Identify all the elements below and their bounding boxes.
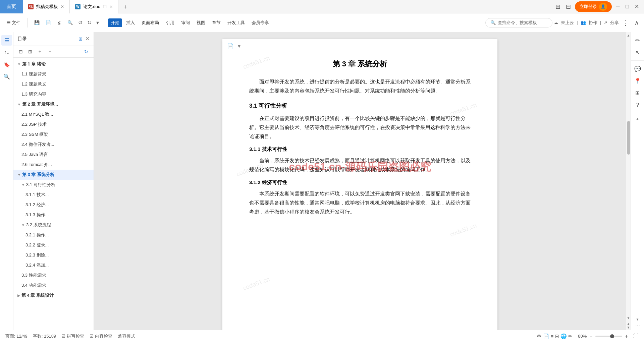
toc-item-2-3[interactable]: 2.3 SSM 框架 [13, 129, 94, 139]
minimize-button[interactable]: ─ [614, 3, 621, 10]
menu-reference[interactable]: 引用 [163, 18, 177, 27]
tab-template-close[interactable]: ✕ [61, 4, 64, 9]
toc-item-2-4[interactable]: 2.4 微信开发者... [13, 139, 94, 150]
toc-item-ch4[interactable]: ▶ 第 4 章 系统设计 [13, 290, 94, 300]
toc-item-2-1[interactable]: 2.1 MYSQL 数... [13, 109, 94, 119]
scroll-up-btn[interactable]: ▲ [626, 33, 631, 38]
toc-item-3-2-3[interactable]: 3.2.3 删除... [13, 250, 94, 260]
toc-item-1-3[interactable]: 1.3 研究内容 [13, 89, 94, 99]
undo-btn[interactable]: ↺ [76, 18, 85, 27]
toc-item-3-1-3[interactable]: 3.1.3 操作... [13, 210, 94, 220]
toc-tool-add[interactable]: ＋ [36, 48, 44, 55]
menu-insert[interactable]: 插入 [123, 18, 138, 27]
view-list-icon[interactable]: ≡ [551, 333, 554, 339]
scroll-thumb[interactable] [627, 121, 630, 155]
toc-icon[interactable]: ☰ [1, 35, 12, 46]
share-label[interactable]: 分享 [610, 20, 619, 26]
tab-doc[interactable]: W 论文.doc ❐ ✕ [70, 0, 118, 13]
spell-check[interactable]: ☑ 拼写检查 [61, 333, 84, 339]
cloud-label[interactable]: 未上云 [561, 20, 574, 26]
menu-view[interactable]: 视图 [194, 18, 208, 27]
find-btn[interactable]: 🔍 [65, 19, 75, 26]
menu-toggle[interactable]: ☰ 文件 [4, 18, 23, 27]
right-edit-icon[interactable]: ✏ [632, 35, 643, 46]
close-button[interactable]: ✕ [633, 3, 640, 10]
word-count[interactable]: 字数: 15189 [33, 333, 56, 339]
zoom-in-btn[interactable]: + [625, 333, 628, 339]
toc-item-3-2-4[interactable]: 3.2.4 添加... [13, 260, 94, 270]
toc-item-3-2-1[interactable]: 3.2.1 操作... [13, 230, 94, 240]
tab-add[interactable]: ＋ [118, 0, 132, 13]
toc-item-1-2[interactable]: 1.2 课题意义 [13, 79, 94, 89]
scrollbar[interactable]: ▲ ▼ ▲ ▼ [626, 32, 631, 330]
toc-tool-expand[interactable]: ⊞ [27, 48, 34, 55]
scroll-h-up[interactable]: ▲ [627, 322, 630, 326]
menu-dev[interactable]: 开发工具 [225, 18, 248, 27]
tab-template[interactable]: 找 找稿壳模板 ✕ [23, 0, 70, 13]
tab-home[interactable]: 首页 [0, 0, 23, 13]
menu-start[interactable]: 开始 [108, 18, 122, 27]
toc-item-2-5[interactable]: 2.5 Java 语言 [13, 150, 94, 160]
compat-mode[interactable]: 兼容模式 [118, 333, 135, 339]
nav-more[interactable]: ▾ [94, 18, 101, 27]
view-edit-icon[interactable]: ✏ [568, 333, 573, 339]
toc-item-3-4[interactable]: 3.4 功能需求 [13, 280, 94, 290]
tab-doc-close[interactable]: ❐ [103, 4, 107, 9]
save-btn[interactable]: 💾 [32, 19, 42, 26]
right-grid-icon[interactable]: ⊞ [632, 88, 643, 98]
scroll-track[interactable] [626, 38, 631, 316]
file-menu[interactable]: 文件 [12, 20, 20, 26]
zoom-out-btn[interactable]: − [589, 333, 592, 339]
menu-member[interactable]: 会员专享 [249, 18, 272, 27]
toc-item-ch1[interactable]: ▼ 第 1 章 绪论 [13, 59, 94, 69]
zoom-slider[interactable] [595, 336, 622, 337]
toc-item-2-2[interactable]: 2.2 JSP 技术 [13, 119, 94, 129]
redo-btn[interactable]: ↻ [85, 18, 94, 27]
more-menu[interactable]: ⋮ [620, 19, 631, 27]
toc-item-3-2[interactable]: ▼ 3.2 系统流程 [13, 220, 94, 230]
scroll-down-btn[interactable]: ▼ [626, 316, 631, 321]
toc-tool-refresh[interactable]: ↻ [83, 48, 90, 55]
toc-item-3-2-2[interactable]: 3.2.2 登录... [13, 240, 94, 250]
expand-btn[interactable]: ∧ [632, 19, 641, 27]
right-comment-icon[interactable]: 💬 [632, 63, 643, 74]
fullscreen-btn[interactable]: ⛶ [633, 333, 639, 339]
print-preview-btn[interactable]: 📄 [43, 19, 54, 26]
right-help-icon[interactable]: ？ [632, 100, 643, 110]
toc-tool-collapse[interactable]: ⊟ [17, 48, 24, 55]
login-button[interactable]: 立即登录 👤 [575, 1, 612, 12]
doc-tool-icon[interactable]: 📄 [226, 42, 235, 50]
layout-grid[interactable]: ⊟ [565, 3, 572, 10]
toc-item-3-1-1[interactable]: 3.1.1 技术... [13, 190, 94, 200]
print-btn[interactable]: 🖨 [54, 19, 64, 26]
menu-layout[interactable]: 页面布局 [139, 18, 162, 27]
scroll-h-down[interactable]: ▼ [627, 326, 630, 329]
right-location-icon[interactable]: 📍 [632, 75, 643, 86]
toc-item-3-1-2[interactable]: 3.1.2 经济... [13, 200, 94, 210]
toc-item-3-3[interactable]: 3.3 性能需求 [13, 270, 94, 280]
toc-item-ch2[interactable]: ▼ 第 2 章 开发环境... [13, 99, 94, 109]
right-scroll-up[interactable]: ▲ [636, 117, 639, 120]
content-check[interactable]: ☑ 内容检查 [90, 333, 112, 339]
nav-icon[interactable]: ↑↓ [1, 47, 12, 58]
search-sidebar-icon[interactable]: 🔍 [1, 71, 12, 82]
toc-expand-all[interactable]: ⊞ [77, 36, 84, 42]
right-cursor-icon[interactable]: ↖ [632, 47, 643, 58]
layout-toggle[interactable]: ⊞ [554, 3, 562, 10]
colab-label[interactable]: 协作 [589, 20, 597, 26]
toc-close[interactable]: ✕ [85, 36, 90, 42]
search-box[interactable]: 🔍 查找命令、搜索模板 [485, 18, 552, 27]
maximize-button[interactable]: □ [624, 3, 631, 10]
toc-item-3-1[interactable]: ▼ 3.1 可行性分析 [13, 180, 94, 190]
view-split-icon[interactable]: ⊟ [555, 333, 559, 339]
page-info[interactable]: 页面: 12/49 [5, 333, 28, 339]
view-globe-icon[interactable]: 🌐 [560, 333, 567, 339]
bookmark-icon[interactable]: 🔖 [1, 59, 12, 70]
view-eye-icon[interactable]: 👁 [537, 333, 542, 339]
toc-item-ch3[interactable]: ▼ 第 3 章 系统分析 [13, 170, 94, 180]
toc-tool-minus[interactable]: － [46, 48, 54, 55]
tab-doc-close-x[interactable]: ✕ [109, 4, 113, 9]
view-doc-icon[interactable]: 📄 [543, 333, 549, 339]
doc-tool-arrow[interactable]: ▾ [236, 42, 242, 50]
menu-chapter[interactable]: 章节 [209, 18, 223, 27]
